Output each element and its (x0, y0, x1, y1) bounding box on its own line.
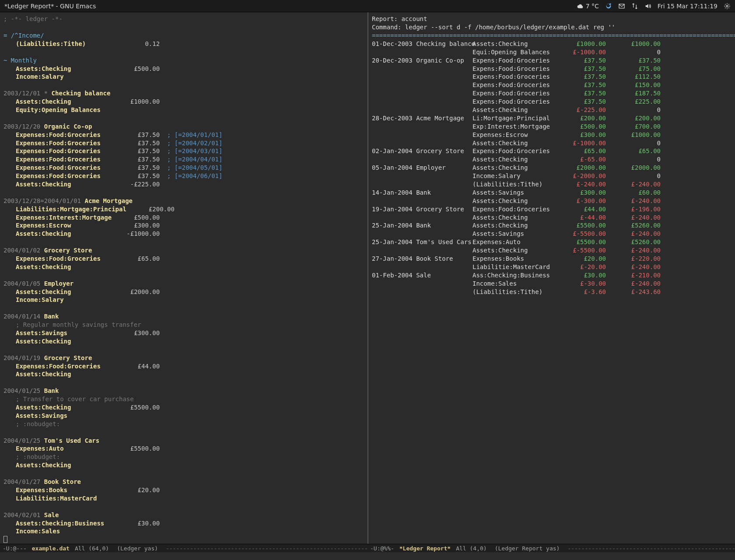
posting-line: Expenses:Food:Groceries £37.50 ; [=2004/… (4, 139, 364, 147)
register-row: Expens:Food:Groceries£37.50£225.00 (372, 98, 732, 106)
modeline-mode: (Ledger Report yas) (495, 545, 560, 552)
modeline-fill: ----------------------------------------… (567, 545, 735, 552)
register-row: 28-Dec-2003 Acme MortgageLi:Mortgage:Pri… (372, 114, 732, 122)
desktop-menubar: *Ledger Report* - GNU Emacs 7 °C Fri 15 … (0, 0, 735, 12)
posting-line: Liabilities:MasterCard (4, 494, 364, 503)
posting-line: Expenses:Interest:Mortgage£500.00 (4, 214, 364, 222)
emacs-frame: ; -*- ledger -*- = /^Income/(Liabilities… (0, 12, 735, 544)
transaction-header: 2003/12/01 * Checking balance (4, 89, 364, 98)
modelines: -U:@--- example.dat All (64,0) (Ledger y… (0, 544, 735, 552)
posting-line: Expenses:Food:Groceries £44.00 (4, 362, 364, 371)
posting-line: Expenses:Escrow £300.00 (4, 221, 364, 230)
weather-indicator[interactable]: 7 °C (577, 3, 599, 10)
transaction-header: 2004/01/05 Employer (4, 280, 364, 288)
posting-line: Assets:Checking (4, 337, 364, 346)
register-row: Assets:Savings£-5500.00£-240.00 (372, 230, 732, 238)
register-row: 01-Feb-2004 SaleAss:Checking:Business£30… (372, 271, 732, 280)
posting-line: Assets:Checking -£1000.00 (4, 230, 364, 238)
transaction-header: 2003/12/20 Organic Co-op (4, 122, 364, 131)
posting-line: Assets:Savings £300.00 (4, 329, 364, 337)
report-separator: ========================================… (372, 32, 732, 40)
register-row: 20-Dec-2003 Organic Co-opExpens:Food:Gro… (372, 56, 732, 65)
posting-line: Expenses:Books £20.00 (4, 486, 364, 494)
network-icon[interactable] (631, 3, 638, 10)
posting-line: Expenses:Food:Groceries £37.50 ; [=2004/… (4, 172, 364, 180)
register-row: 01-Dec-2003 Checking balanceAssets:Check… (372, 40, 732, 48)
register-row: Assets:Checking£-1000.000 (372, 139, 732, 147)
register-row: Assets:Checking£-5500.00£-240.00 (372, 246, 732, 255)
report-command: Command: ledger --sort d -f /home/borbus… (372, 23, 732, 32)
cloud-icon (577, 3, 584, 10)
posting-line: Equity:Opening Balances (4, 106, 364, 114)
posting-line: Expenses:Food:Groceries £37.50 ; [=2004/… (4, 147, 364, 155)
transaction-header: 2004/01/27 Book Store (4, 478, 364, 486)
modeline-fill: ----------------------------------------… (166, 545, 368, 552)
modeline-left[interactable]: -U:@--- example.dat All (64,0) (Ledger y… (0, 544, 368, 552)
transaction-header: 2003/12/28=2004/01/01 Acme Mortgage (4, 197, 364, 205)
register-row: Expens:Food:Groceries£37.50£187.50 (372, 89, 732, 98)
posting-line: Assets:Checking (4, 370, 364, 378)
register-row: (Liabilities:Tithe)£-240.00£-240.00 (372, 180, 732, 189)
posting-line: Expenses:Food:Groceries £65.00 (4, 255, 364, 263)
settings-icon[interactable] (724, 3, 731, 10)
periodic-rule: ~ Monthly (4, 56, 364, 65)
posting-line: Assets:Checking £2000.00 (4, 288, 364, 296)
posting-line: Assets:Checking (4, 461, 364, 469)
register-row: 25-Jan-2004 BankAssets:Checking£5500.00£… (372, 221, 732, 230)
register-row: Income:Salary£-2000.000 (372, 172, 732, 180)
system-tray: 7 °C Fri 15 Mar 17:11:19 (577, 3, 731, 10)
volume-icon[interactable] (644, 3, 651, 10)
register-row: Expens:Food:Groceries£37.50£112.50 (372, 73, 732, 81)
posting-line: Liabilities:Mortgage:Principal£200.00 (4, 205, 364, 214)
file-local-var-line: ; -*- ledger -*- (4, 15, 364, 23)
weather-temp: 7 °C (586, 3, 599, 10)
register-row: Assets:Checking£-225.000 (372, 106, 732, 114)
posting-line: Assets:Checking (4, 263, 364, 271)
register-row: Liabilitie:MasterCard£-20.00£-240.00 (372, 263, 732, 271)
transaction-header: 2004/01/14 Bank (4, 312, 364, 321)
modeline-buffer-name: example.dat (32, 545, 70, 552)
modeline-state: -U:@%%- (370, 545, 394, 552)
ledger-report-buffer[interactable]: Report: accountCommand: ledger --sort d … (368, 12, 735, 544)
refresh-icon[interactable] (605, 3, 612, 10)
transaction-header: 2004/01/02 Grocery Store (4, 246, 364, 255)
register-row: Expenses:Escrow£300.00£1000.00 (372, 131, 732, 139)
register-row: Exp:Interest:Mortgage£500.00£700.00 (372, 122, 732, 131)
minibuffer[interactable] (0, 552, 735, 560)
report-title: Report: account (372, 15, 732, 23)
modeline-buffer-name: *Ledger Report* (399, 545, 451, 552)
modeline-state: -U:@--- (3, 545, 27, 552)
transaction-header: 2004/01/19 Grocery Store (4, 354, 364, 362)
posting-line: Assets:Checking -£225.00 (4, 180, 364, 189)
svg-point-0 (726, 5, 728, 7)
posting-line: Income:Sales (4, 527, 364, 536)
window-title: *Ledger Report* - GNU Emacs (4, 3, 96, 10)
modeline-right[interactable]: -U:@%%- *Ledger Report* All (4,0) (Ledge… (368, 544, 735, 552)
posting-line: Assets:Checking:Business £30.00 (4, 519, 364, 528)
register-row: Expens:Food:Groceries£37.50£75.00 (372, 65, 732, 73)
posting-line: Assets:Checking £5500.00 (4, 403, 364, 412)
register-row: Equi:Opening Balances£-1000.000 (372, 48, 732, 56)
posting-line: Expenses:Food:Groceries £37.50 ; [=2004/… (4, 155, 364, 164)
posting-line: Income:Salary (4, 296, 364, 304)
mail-icon[interactable] (618, 3, 625, 10)
register-row: 27-Jan-2004 Book StoreExpenses:Books£20.… (372, 255, 732, 263)
text-cursor (4, 536, 7, 543)
posting-line: Assets:Checking £1000.00 (4, 98, 364, 106)
automatic-rule: = /^Income/ (4, 32, 364, 40)
transaction-header: 2004/02/01 Sale (4, 511, 364, 519)
posting-line: Expenses:Food:Groceries £37.50 ; [=2004/… (4, 164, 364, 172)
modeline-position: All (64,0) (75, 545, 109, 552)
register-row: Expens:Food:Groceries£37.50£150.00 (372, 81, 732, 89)
register-row: Assets:Checking£-65.000 (372, 155, 732, 164)
transaction-header: 2004/01/25 Tom's Used Cars (4, 437, 364, 445)
register-row: 05-Jan-2004 EmployerAssets:Checking£2000… (372, 164, 732, 172)
register-row: (Liabilities:Tithe)£-3.60£-243.60 (372, 288, 732, 296)
register-row: Assets:Checking£-300.00£-240.00 (372, 197, 732, 205)
register-row: Income:Sales£-30.00£-240.00 (372, 280, 732, 288)
register-row: 02-Jan-2004 Grocery StoreExpens:Food:Gro… (372, 147, 732, 155)
posting-line: Expenses:Food:Groceries £37.50 ; [=2004/… (4, 131, 364, 139)
posting-line: Expenses:Auto £5500.00 (4, 444, 364, 453)
ledger-source-buffer[interactable]: ; -*- ledger -*- = /^Income/(Liabilities… (0, 12, 368, 544)
modeline-position: All (4,0) (456, 545, 486, 552)
